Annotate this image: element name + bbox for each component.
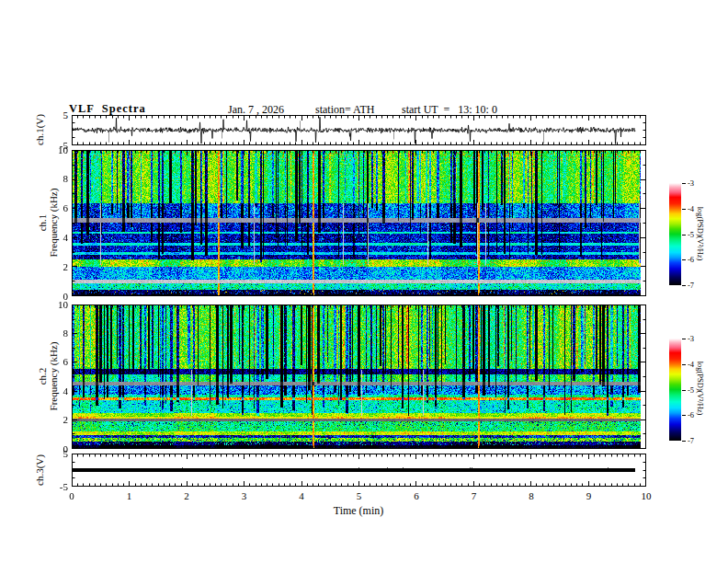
x-tick-label: 7: [462, 491, 486, 501]
ch2-spectrogram-axis-label: ch.2 Frequency (kHz): [37, 326, 59, 427]
colorbar-tick-label: -7: [688, 282, 694, 290]
ch1-voltage-axis-label: ch.1(V): [34, 93, 45, 167]
colorbar-tick: [682, 235, 686, 236]
colorbar-ch1-label: log(PSD)(V²/Hz): [696, 183, 705, 284]
y-tick-label: 2: [42, 262, 68, 272]
frequency-label-line: Frequency (kHz): [48, 172, 59, 273]
colorbar-ch2-label: log(PSD)(V²/Hz): [696, 338, 705, 439]
colorbar-tick: [682, 339, 686, 339]
colorbar-ch1: [669, 183, 681, 285]
x-tick-label: 3: [233, 491, 256, 501]
colorbar-tick-label: -6: [688, 411, 694, 419]
colorbar-tick-label: -5: [688, 231, 694, 239]
y-tick-label: 4: [42, 386, 68, 396]
colorbar-tick: [682, 441, 686, 442]
colorbar-tick-label: -4: [688, 361, 694, 369]
colorbar-tick: [682, 285, 686, 286]
colorbar-ch2: [669, 339, 681, 441]
ch2-spectrogram-panel: [72, 304, 646, 449]
time-axis-label: Time (min): [303, 504, 414, 518]
colorbar-tick: [682, 183, 686, 184]
y-tick-label: 2: [42, 415, 68, 425]
colorbar-tick-label: -7: [688, 437, 694, 445]
ch3-waveform-panel: [72, 454, 646, 487]
x-tick-label: 1: [118, 491, 142, 501]
x-tick-label: 0: [60, 491, 84, 501]
frequency-label-line: Frequency (kHz): [48, 326, 59, 427]
x-tick-label: 5: [347, 491, 371, 501]
colorbar-tick: [682, 209, 686, 210]
y-tick-label: 10: [42, 145, 68, 155]
x-tick-label: 9: [577, 491, 601, 501]
ch2-label-line: ch.2: [37, 326, 48, 427]
y-tick-label: 6: [42, 357, 68, 367]
x-tick-label: 2: [175, 491, 199, 501]
colorbar-tick-label: -4: [688, 205, 694, 213]
y-tick-label: 4: [42, 233, 68, 243]
colorbar-tick: [682, 259, 686, 260]
vlf-spectra-page: VLF Spectra Jan. 7 , 2026 station= ATH s…: [0, 0, 728, 563]
ch1-waveform-panel: [72, 115, 646, 145]
colorbar-tick: [682, 415, 686, 416]
colorbar-tick: [682, 364, 686, 365]
ch1-spectrogram-panel: [72, 150, 646, 296]
colorbar-tick-label: -3: [688, 179, 694, 188]
figure-title: VLF Spectra: [69, 102, 146, 116]
colorbar-tick-label: -6: [688, 256, 694, 264]
x-tick-label: 4: [290, 491, 313, 501]
y-tick-label: 6: [42, 203, 68, 213]
vlf-spectra-figure: VLF Spectra Jan. 7 , 2026 station= ATH s…: [0, 0, 728, 563]
y-tick-label: 8: [42, 328, 68, 339]
x-tick-label: 10: [634, 491, 658, 501]
colorbar-tick: [682, 390, 686, 391]
colorbar-tick-label: -5: [688, 386, 694, 395]
colorbar-tick-label: -3: [688, 335, 694, 343]
y-tick-label: 8: [42, 174, 68, 184]
ch1-label-line: ch.1: [37, 172, 48, 273]
y-tick-label: 5: [42, 110, 68, 121]
y-tick-label: 10: [42, 300, 68, 310]
y-tick-label: 5: [42, 449, 68, 459]
ch1-spectrogram-axis-label: ch.1 Frequency (kHz): [37, 172, 59, 273]
x-tick-label: 6: [404, 491, 428, 501]
x-tick-label: 8: [519, 491, 543, 501]
y-tick-label: -5: [42, 482, 68, 492]
